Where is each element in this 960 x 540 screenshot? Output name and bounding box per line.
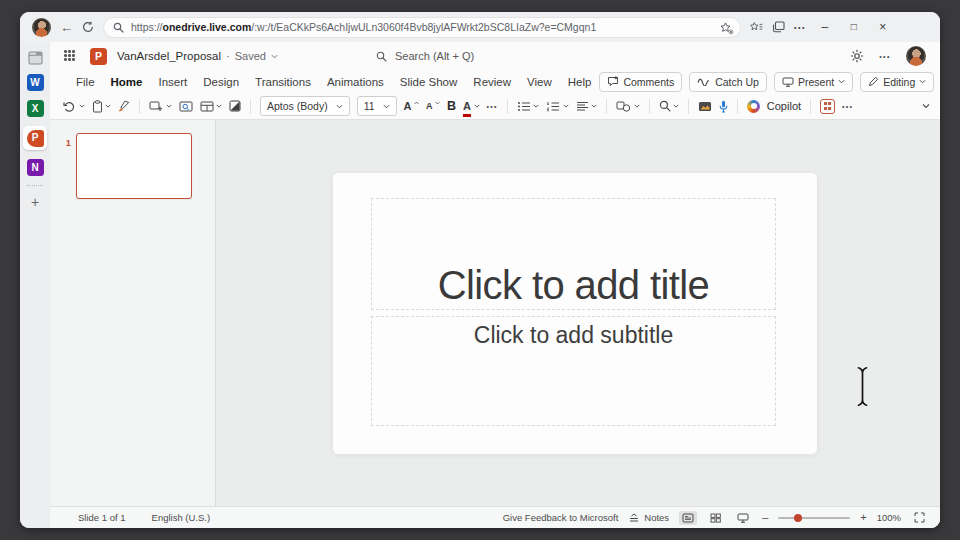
excel-icon[interactable]: X (27, 100, 44, 117)
minimize-button[interactable]: – (815, 21, 835, 33)
present-icon (782, 77, 794, 87)
dictate-button[interactable] (719, 100, 728, 113)
subtitle-placeholder[interactable]: Click to add subtitle (371, 316, 776, 426)
undo-icon (63, 101, 76, 112)
slide-thumbnail[interactable] (76, 133, 192, 199)
reuse-slides-button[interactable] (179, 101, 193, 112)
paste-button[interactable] (92, 100, 112, 113)
caret-up-icon (414, 101, 419, 105)
powerpoint-logo-icon[interactable]: P (90, 48, 107, 65)
shapes-button[interactable] (616, 101, 640, 112)
zoom-slider-knob[interactable] (794, 514, 802, 522)
numbering-button[interactable] (546, 101, 569, 112)
address-bar[interactable]: https://onedrive.live.com/:w:/t/EaCKkPs6… (103, 17, 741, 38)
editing-button[interactable]: Editing (860, 72, 934, 92)
font-size-select[interactable]: 11 (357, 96, 397, 116)
header-more-icon[interactable]: ••• (879, 53, 891, 60)
comments-button[interactable]: Comments (599, 72, 682, 92)
favorites-icon[interactable] (750, 21, 763, 33)
zoom-slider[interactable] (778, 517, 850, 519)
slide-sorter-button[interactable] (707, 511, 724, 525)
saved-label: Saved (235, 50, 266, 62)
bold-button[interactable]: B (447, 100, 456, 113)
app-launcher-icon[interactable] (64, 50, 76, 62)
save-status[interactable]: · Saved (226, 50, 278, 62)
document-title[interactable]: VanArsdel_Proposal (117, 50, 221, 62)
collections-icon[interactable] (772, 21, 785, 33)
designer-panel-icon[interactable] (820, 99, 835, 114)
find-button[interactable] (659, 100, 680, 112)
tab-home[interactable]: Home (103, 76, 151, 88)
tab-animations[interactable]: Animations (319, 76, 392, 88)
title-placeholder[interactable]: Click to add title (371, 198, 776, 310)
close-button[interactable]: × (873, 21, 893, 33)
slideshow-view-button[interactable] (734, 511, 752, 525)
divider (688, 99, 689, 114)
catch-up-button[interactable]: Catch Up (689, 72, 767, 92)
grow-font-button[interactable]: A (404, 101, 419, 112)
tab-file[interactable]: File (68, 76, 103, 88)
tab-transitions[interactable]: Transitions (247, 76, 319, 88)
reuse-slides-icon (179, 101, 193, 112)
maximize-button[interactable]: □ (844, 22, 864, 32)
language-selector[interactable]: English (U.S.) (152, 512, 211, 523)
account-avatar[interactable] (906, 46, 926, 66)
font-color-button[interactable]: A (463, 96, 479, 117)
fit-slide-button[interactable] (911, 510, 928, 525)
browser-window: ← https://onedrive.live.com/:w:/t/EaCKkP… (20, 12, 940, 528)
add-favorite-icon[interactable] (720, 22, 731, 33)
divider (250, 99, 251, 114)
shrink-font-button[interactable]: A (426, 101, 440, 112)
slide-number: 1 (66, 138, 71, 148)
clipboard-icon (92, 100, 103, 113)
desktop-background: ← https://onedrive.live.com/:w:/t/EaCKkP… (0, 0, 960, 540)
more-font-options-icon[interactable]: ••• (487, 103, 498, 110)
new-slide-button[interactable] (149, 101, 172, 112)
present-button[interactable]: Present (774, 72, 853, 92)
add-app-icon[interactable]: + (31, 195, 39, 209)
powerpoint-sidebar-active[interactable]: P (23, 126, 47, 150)
feedback-link[interactable]: Give Feedback to Microsoft (503, 512, 619, 523)
saved-separator: · (226, 50, 230, 62)
layout-button[interactable] (200, 101, 223, 112)
collapse-ribbon-icon[interactable] (922, 103, 930, 109)
slide-canvas: Click to add title Click to add subtitle (332, 172, 818, 455)
tab-insert[interactable]: Insert (150, 76, 195, 88)
designer-button[interactable] (229, 100, 241, 112)
format-painter-icon (118, 100, 130, 112)
align-button[interactable] (576, 101, 598, 112)
tab-slide-show[interactable]: Slide Show (392, 76, 466, 88)
tab-help[interactable]: Help (560, 76, 600, 88)
search-input[interactable]: Search (Alt + Q) (376, 42, 474, 70)
tab-design[interactable]: Design (195, 76, 247, 88)
bullets-button[interactable] (517, 101, 540, 112)
onenote-icon[interactable]: N (27, 159, 44, 176)
zoom-in-button[interactable]: + (860, 512, 866, 523)
back-icon[interactable]: ← (60, 21, 73, 34)
powerpoint-icon: P (27, 130, 44, 147)
tab-review[interactable]: Review (465, 76, 519, 88)
zoom-out-button[interactable]: – (762, 512, 768, 523)
tab-view[interactable]: View (519, 76, 560, 88)
refresh-icon[interactable] (82, 21, 94, 33)
word-icon[interactable]: W (27, 74, 44, 91)
zoom-level[interactable]: 100% (877, 512, 901, 523)
ribbon-more-icon[interactable]: ••• (842, 103, 853, 110)
normal-view-button[interactable] (679, 511, 697, 525)
app-header: P VanArsdel_Proposal · Saved Search (Alt… (50, 42, 940, 70)
designer-image-button[interactable] (698, 101, 712, 112)
browser-profile-avatar[interactable] (32, 18, 51, 37)
chevron-down-icon (919, 79, 926, 84)
format-painter-button[interactable] (118, 100, 130, 112)
present-label: Present (798, 76, 834, 88)
comment-icon (607, 76, 619, 87)
normal-view-icon (682, 513, 694, 523)
font-name-select[interactable]: Aptos (Body) (260, 96, 350, 116)
settings-gear-icon[interactable] (850, 49, 864, 63)
browser-more-icon[interactable]: ••• (794, 24, 806, 31)
copilot-button[interactable]: Copilot (747, 100, 801, 113)
window-icon[interactable] (28, 51, 43, 65)
undo-button[interactable] (63, 101, 85, 112)
font-name-value: Aptos (Body) (267, 100, 328, 112)
notes-button[interactable]: Notes (628, 512, 669, 523)
